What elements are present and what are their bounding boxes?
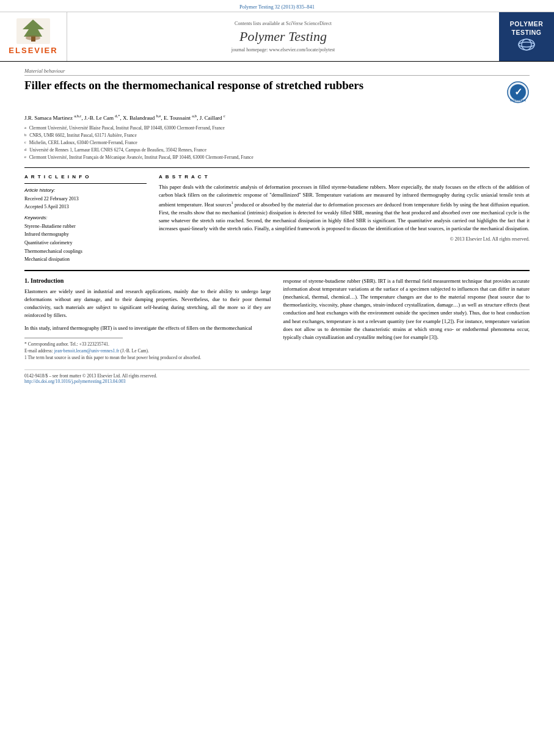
footnote-email: E-mail address: jean-benoit.lecam@univ-r… [24, 347, 271, 354]
article-history-label: Article history: [24, 187, 147, 193]
article-info-heading: A R T I C L E I N F O [24, 174, 147, 180]
journal-badge: POLYMER TESTING [499, 12, 554, 61]
svg-point-5 [522, 39, 531, 50]
crossmark-icon: ✓ CrossMark [506, 81, 530, 108]
copyright-line: © 2013 Elsevier Ltd. All rights reserved… [159, 236, 530, 242]
journal-header: ELSEVIER Contents lists available at Sci… [0, 12, 554, 62]
affil-e: e Clermont Université, Institut Français… [24, 154, 530, 161]
elsevier-logo-area: ELSEVIER [0, 12, 67, 61]
info-divider [24, 183, 147, 184]
footnote-corresponding: * Corresponding author. Tel.: +33 223235… [24, 341, 271, 347]
affil-a: a Clermont Université, Université Blaise… [24, 125, 530, 132]
section1-heading: 1. Introduction [24, 277, 271, 284]
badge-text: POLYMER TESTING [510, 20, 543, 53]
section1-right-para1: response of styrene-butadiene rubber (SB… [283, 277, 530, 341]
section1-para1: Elastomers are widely used in industrial… [24, 288, 271, 320]
badge-testing: TESTING [510, 29, 543, 37]
elsevier-tree-icon [16, 18, 50, 44]
content-area: Material behaviour Filler effects on the… [0, 62, 554, 390]
keyword-1: Infrared thermography [24, 230, 147, 239]
badge-polymer: POLYMER [510, 20, 543, 29]
article-title: Filler effects on the thermomechanical r… [24, 78, 500, 93]
keyword-0: Styrene–Butadiene rubber [24, 222, 147, 231]
sciverse-line: Contents lists available at SciVerse Sci… [235, 21, 332, 26]
abstract-heading: A B S T R A C T [159, 174, 530, 180]
page: Polymer Testing 32 (2013) 835–841 ELSEVI… [0, 0, 554, 756]
journal-ref-bar: Polymer Testing 32 (2013) 835–841 [0, 0, 554, 12]
article-info-col: A R T I C L E I N F O Article history: R… [24, 174, 147, 264]
keyword-2: Quantitative calorimetry [24, 239, 147, 247]
body-content: 1. Introduction Elastomers are widely us… [24, 270, 530, 385]
abstract-text: This paper deals with the calorimetric a… [159, 183, 530, 233]
svg-point-6 [519, 42, 534, 47]
affiliations: a Clermont Université, Université Blaise… [24, 125, 530, 161]
journal-title: Polymer Testing [239, 29, 327, 45]
journal-ref-text: Polymer Testing 32 (2013) 835–841 [239, 4, 315, 10]
badge-logo-icon [517, 37, 536, 52]
svg-point-4 [519, 39, 534, 50]
affil-d: d Université de Rennes 1, Larmaur ERL CN… [24, 147, 530, 154]
info-abstract-section: A R T I C L E I N F O Article history: R… [24, 167, 530, 264]
article-title-row: Filler effects on the thermomechanical r… [24, 78, 530, 108]
svg-point-3 [26, 35, 40, 40]
section-label: Material behaviour [24, 68, 530, 76]
affil-b: b CNRS, UMR 6602, Institut Pascal, 63171… [24, 132, 530, 139]
journal-title-area: Contents lists available at SciVerse Sci… [67, 12, 499, 61]
svg-text:CrossMark: CrossMark [510, 98, 526, 102]
elsevier-logo: ELSEVIER [9, 18, 57, 55]
keyword-3: Thermomechanical couplings [24, 247, 147, 256]
svg-text:✓: ✓ [514, 87, 522, 97]
keywords-list: Styrene–Butadiene rubber Infrared thermo… [24, 222, 147, 264]
footer-doi[interactable]: http://dx.doi.org/10.1016/j.polymertesti… [24, 379, 530, 384]
body-col-left: 1. Introduction Elastomers are widely us… [24, 277, 271, 362]
footer-issn: 0142-9418/$ – see front matter © 2013 El… [24, 373, 530, 379]
received-date: Received 22 February 2013 Accepted 5 Apr… [24, 195, 147, 211]
body-two-col: 1. Introduction Elastomers are widely us… [24, 277, 530, 362]
keyword-4: Mechanical dissipation [24, 255, 147, 264]
section1-para2: In this study, infrared thermography (IR… [24, 324, 271, 332]
authors-line: J.R. Samaca Martinez a,b,c, J.-B. Le Cam… [24, 113, 530, 123]
affil-c: c Michelin, CERL Ladoux, 63040 Clermont-… [24, 139, 530, 147]
bottom-footer: 0142-9418/$ – see front matter © 2013 El… [24, 369, 530, 384]
sciverse-text: Contents lists available at SciVerse Sci… [235, 21, 332, 26]
footnote-1: 1 The term heat source is used in this p… [24, 354, 271, 361]
abstract-col: A B S T R A C T This paper deals with th… [159, 174, 530, 264]
body-col-right: response of styrene-butadiene rubber (SB… [283, 277, 530, 362]
keywords-label: Keywords: [24, 215, 147, 220]
authors-text: J.R. Samaca Martinez a,b,c, J.-B. Le Cam… [24, 115, 225, 121]
footnote-divider [24, 338, 123, 338]
elsevier-wordmark: ELSEVIER [9, 46, 57, 55]
journal-homepage: journal homepage: www.elsevier.com/locat… [231, 47, 335, 53]
